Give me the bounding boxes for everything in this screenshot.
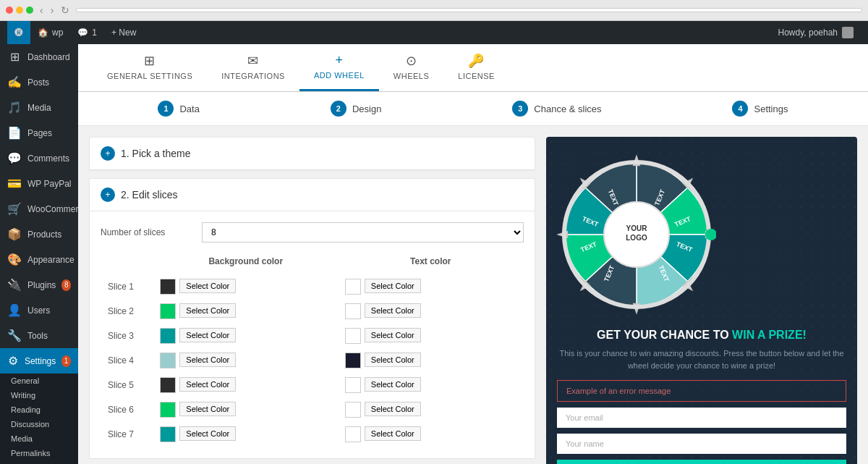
- table-row: Slice 4 Select Color Select Color: [102, 349, 522, 372]
- admin-bar-comments[interactable]: 💬 1: [70, 21, 104, 44]
- sub-item-reading[interactable]: Reading: [0, 402, 78, 417]
- slice-col-bg: Background color: [154, 253, 338, 274]
- step-4-num: 4: [732, 101, 748, 117]
- preview-error-field[interactable]: Example of an error message: [557, 380, 846, 402]
- close-dot[interactable]: [6, 7, 13, 14]
- woocommerce-icon: 🛒: [7, 202, 22, 216]
- slice-text-4: Select Color: [339, 349, 523, 372]
- bg-color-btn-3[interactable]: Select Color: [179, 328, 236, 342]
- bg-color-btn-6[interactable]: Select Color: [179, 402, 236, 416]
- wheel-container: YOUR LOGO TEXT TEXT TEXT TEXT TEXT TEXT …: [557, 155, 846, 314]
- sub-item-discussion[interactable]: Discussion: [0, 417, 78, 431]
- sidebar-item-woocommerce[interactable]: 🛒 WooCommerce: [0, 196, 78, 222]
- edit-slices-header: + 2. Edit slices: [90, 179, 535, 211]
- sidebar-item-posts[interactable]: ✍ Posts: [0, 69, 78, 95]
- bg-color-btn-5[interactable]: Select Color: [179, 377, 236, 392]
- tab-license[interactable]: 🔑 LICENSE: [443, 44, 509, 91]
- tab-integrations[interactable]: ✉ INTEGRATIONS: [207, 44, 299, 91]
- add-wheel-icon: +: [335, 53, 343, 68]
- refresh-icon[interactable]: ↻: [59, 4, 72, 16]
- sidebar-item-users[interactable]: 👤 Users: [0, 298, 78, 323]
- slice-label-3: Slice 3: [102, 324, 153, 347]
- sidebar-label-woocommerce: WooCommerce: [27, 204, 78, 214]
- step-3-label: Chance & slices: [534, 104, 601, 114]
- plugins-badge: 8: [61, 279, 71, 291]
- bg-color-btn-4[interactable]: Select Color: [179, 353, 236, 367]
- sub-item-general[interactable]: General: [0, 374, 78, 388]
- integrations-icon: ✉: [247, 53, 259, 69]
- back-icon[interactable]: ‹: [38, 4, 46, 16]
- sub-item-privacy[interactable]: Privacy 1: [0, 460, 78, 464]
- step-3[interactable]: 3 Chance & slices: [512, 101, 601, 117]
- slice-bg-3: Select Color: [154, 324, 338, 347]
- text-color-btn-5[interactable]: Select Color: [365, 377, 421, 392]
- minimize-dot[interactable]: [16, 7, 23, 14]
- sidebar-item-products[interactable]: 📦 Products: [0, 222, 78, 247]
- bg-color-btn-2[interactable]: Select Color: [179, 303, 236, 318]
- sidebar-item-media[interactable]: 🎵 Media: [0, 95, 78, 120]
- maximize-dot[interactable]: [26, 7, 33, 14]
- url-bar[interactable]: [76, 8, 862, 12]
- preview-name-field[interactable]: Your name: [557, 434, 846, 454]
- text-swatch-5: [345, 377, 361, 393]
- plugins-icon: 🔌: [7, 278, 22, 292]
- preview-main-title: GET YOUR CHANCE TO WIN A PRIZE!: [557, 329, 846, 342]
- avatar: [842, 27, 854, 38]
- table-row: Slice 6 Select Color Select Color: [102, 398, 522, 421]
- content-area: + 1. Pick a theme + 2. Edit slices Numbe…: [78, 126, 868, 464]
- general-settings-icon: ⊞: [144, 53, 156, 69]
- wp-logo[interactable]: 🅦: [7, 21, 30, 44]
- sidebar-item-wppaypal[interactable]: 💳 WP PayPal: [0, 171, 78, 196]
- admin-bar-howdy[interactable]: Howdy, poehah: [771, 21, 861, 44]
- preview-description: This is your chance to win amazing disco…: [557, 347, 846, 371]
- tab-add-wheel[interactable]: + ADD WHEEL: [299, 44, 379, 91]
- sub-item-media[interactable]: Media: [0, 431, 78, 446]
- bg-color-btn-1[interactable]: Select Color: [179, 279, 236, 293]
- sub-item-writing[interactable]: Writing: [0, 388, 78, 402]
- num-slices-select[interactable]: 8 4 6 10 12: [202, 222, 524, 242]
- text-swatch-6: [345, 402, 361, 418]
- table-row: Slice 3 Select Color Select Color: [102, 324, 522, 347]
- table-row: Slice 2 Select Color Select Color: [102, 300, 522, 323]
- text-color-btn-4[interactable]: Select Color: [365, 353, 421, 367]
- slice-bg-2: Select Color: [154, 300, 338, 323]
- step-4[interactable]: 4 Settings: [732, 101, 788, 117]
- step-1-num: 1: [158, 101, 174, 117]
- sidebar-item-settings[interactable]: ⚙ Settings 1: [0, 348, 78, 374]
- pick-theme-title: 1. Pick a theme: [121, 148, 191, 159]
- admin-bar-site[interactable]: 🏠 wp: [30, 21, 70, 44]
- preview-email-field[interactable]: Your email: [557, 408, 846, 428]
- text-color-btn-2[interactable]: Select Color: [365, 303, 421, 318]
- forward-icon[interactable]: ›: [48, 4, 56, 16]
- bg-color-btn-7[interactable]: Select Color: [179, 426, 236, 441]
- admin-bar-new[interactable]: + New: [104, 21, 143, 44]
- slice-bg-6: Select Color: [154, 398, 338, 421]
- step-1[interactable]: 1 Data: [158, 101, 199, 117]
- comments-count: 1: [92, 28, 97, 38]
- tab-general-settings[interactable]: ⊞ GENERAL SETTINGS: [93, 44, 207, 91]
- wheels-icon: ⊙: [406, 53, 417, 69]
- edit-slices-title: 2. Edit slices: [121, 189, 178, 201]
- text-color-btn-1[interactable]: Select Color: [365, 279, 421, 293]
- sidebar-item-appearance[interactable]: 🎨 Appearance: [0, 247, 78, 272]
- steps-bar: 1 Data 2 Design 3 Chance & slices 4 Sett…: [78, 92, 868, 126]
- text-color-btn-3[interactable]: Select Color: [365, 328, 421, 342]
- text-color-btn-7[interactable]: Select Color: [365, 426, 421, 441]
- sidebar-label-users: Users: [27, 305, 50, 316]
- step-2[interactable]: 2 Design: [331, 101, 381, 117]
- collapse-theme-btn[interactable]: +: [101, 146, 115, 161]
- preview-cta-button[interactable]: TRY YOUR LUCK: [557, 460, 846, 464]
- sidebar-label-plugins: Plugins: [27, 280, 56, 290]
- sidebar-item-tools[interactable]: 🔧 Tools: [0, 323, 78, 348]
- sidebar-item-pages[interactable]: 📄 Pages: [0, 120, 78, 145]
- preview-panel: YOUR LOGO TEXT TEXT TEXT TEXT TEXT TEXT …: [546, 137, 857, 464]
- comment-icon: 💬: [77, 28, 88, 38]
- collapse-slices-btn[interactable]: +: [101, 187, 115, 202]
- sub-item-permalinks[interactable]: Permalinks: [0, 446, 78, 460]
- sidebar-item-plugins[interactable]: 🔌 Plugins 8: [0, 272, 78, 298]
- preview-win-text: WIN A PRIZE!: [732, 329, 807, 341]
- tab-wheels[interactable]: ⊙ WHEELS: [379, 44, 443, 91]
- sidebar-item-comments[interactable]: 💬 Comments: [0, 145, 78, 171]
- sidebar-item-dashboard[interactable]: ⊞ Dashboard: [0, 44, 78, 69]
- text-color-btn-6[interactable]: Select Color: [365, 402, 421, 416]
